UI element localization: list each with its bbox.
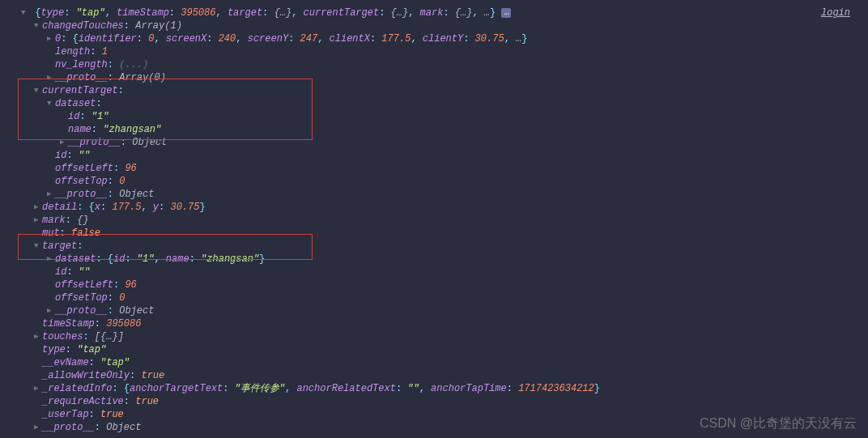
dataset-id-row: id: "1" bbox=[11, 110, 857, 123]
target-offsetleft-row: offsetLeft: 96 bbox=[11, 279, 857, 291]
expand-icon[interactable] bbox=[47, 304, 55, 317]
ct-offsettop-row: offsetTop: 0 bbox=[11, 175, 857, 188]
expand-icon[interactable] bbox=[34, 19, 42, 32]
target-row[interactable]: target: bbox=[11, 240, 857, 253]
expand-icon[interactable] bbox=[34, 84, 42, 97]
proto-row[interactable]: __proto__: Array(0) bbox=[11, 71, 857, 84]
expand-icon[interactable] bbox=[60, 136, 68, 149]
expand-icon[interactable] bbox=[34, 330, 42, 343]
dataset-row[interactable]: dataset: bbox=[11, 97, 857, 110]
current-target-row[interactable]: currentTarget: bbox=[11, 84, 857, 97]
expand-icon[interactable] bbox=[34, 382, 42, 395]
changed-touches-row[interactable]: changedTouches: Array(1) bbox=[11, 19, 857, 32]
ct-offsetleft-row: offsetLeft: 96 bbox=[11, 162, 857, 175]
expand-icon[interactable] bbox=[47, 32, 55, 45]
touches-row[interactable]: touches: [{…}] bbox=[11, 330, 857, 343]
expand-icon[interactable] bbox=[21, 6, 29, 19]
related-info-row[interactable]: _relatedInfo: {anchorTargetText: "事件传参",… bbox=[11, 382, 857, 395]
collapse-icon[interactable]: … bbox=[501, 8, 511, 18]
timestamp-row: timeStamp: 395086 bbox=[11, 317, 857, 330]
expand-icon[interactable] bbox=[47, 188, 55, 201]
expand-icon[interactable] bbox=[34, 421, 42, 434]
length-row: length: 1 bbox=[11, 45, 857, 58]
evname-row: __evName: "tap" bbox=[11, 356, 857, 369]
dataset-proto-row[interactable]: __proto__: Object bbox=[11, 136, 857, 149]
type-row: type: "tap" bbox=[11, 343, 857, 356]
detail-row[interactable]: detail: {x: 177.5, y: 30.75} bbox=[11, 201, 857, 214]
expand-icon[interactable] bbox=[47, 71, 55, 84]
target-id-row: id: "" bbox=[11, 266, 857, 279]
expand-icon[interactable] bbox=[34, 201, 42, 214]
allow-write-row: _allowWriteOnly: true bbox=[11, 369, 857, 382]
target-dataset-row[interactable]: dataset: {id: "1", name: "zhangsan"} bbox=[11, 253, 857, 266]
mark-row[interactable]: mark: {} bbox=[11, 214, 857, 227]
ct-id-row: id: "" bbox=[11, 149, 857, 162]
touches-0-row[interactable]: 0: {identifier: 0, screenX: 240, screenY… bbox=[11, 32, 857, 45]
expand-icon[interactable] bbox=[34, 214, 42, 227]
require-active-row: _requireActive: true bbox=[11, 395, 857, 408]
mut-row: mut: false bbox=[11, 227, 857, 240]
expand-icon[interactable] bbox=[34, 240, 42, 253]
console-object-tree: {type: "tap", timeStamp: 395086, target:… bbox=[11, 6, 857, 434]
target-proto-row[interactable]: __proto__: Object bbox=[11, 304, 857, 317]
target-offsettop-row: offsetTop: 0 bbox=[11, 291, 857, 304]
expand-icon[interactable] bbox=[47, 253, 55, 266]
nv-length-row[interactable]: nv_length: (...) bbox=[11, 58, 857, 71]
expand-icon[interactable] bbox=[47, 97, 55, 110]
watermark-text: CSDN @比奇堡的天没有云 bbox=[700, 417, 857, 430]
dataset-name-row: name: "zhangsan" bbox=[11, 123, 857, 136]
ct-proto-row[interactable]: __proto__: Object bbox=[11, 188, 857, 201]
root-line[interactable]: {type: "tap", timeStamp: 395086, target:… bbox=[11, 6, 857, 19]
